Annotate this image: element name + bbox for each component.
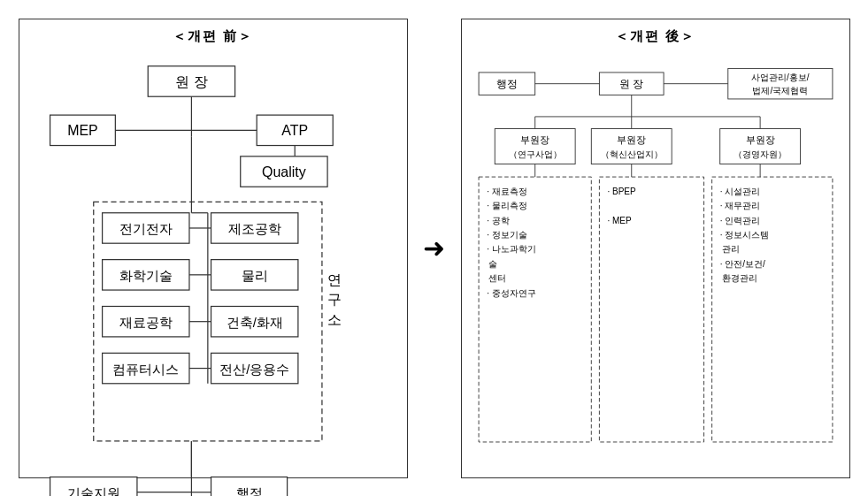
svg-text:기술지원: 기술지원 [66,485,119,496]
svg-text:Quality: Quality [262,164,306,179]
main-container: ＜개편 前＞ 원 장 MEP ATP Quality [10,10,859,487]
svg-text:부원장: 부원장 [520,134,549,144]
left-chart: 원 장 MEP ATP Quality [28,54,398,497]
right-section: ＜개편 後＞ 행정 원 장 사업관리/홍보/ 법제/국제협력 [461,19,850,478]
svg-text:· 중성자연구: · 중성자연구 [487,287,536,297]
svg-text:원 장: 원 장 [175,74,207,89]
svg-text:· 재무관리: · 재무관리 [719,201,760,210]
svg-text:· 시설관리: · 시설관리 [719,187,760,196]
svg-text:ATP: ATP [281,123,308,138]
svg-text:· 공학: · 공학 [487,215,510,225]
svg-text:· 정보시스템: · 정보시스템 [719,230,769,240]
svg-text:원 장: 원 장 [619,78,643,90]
svg-text:（경영자원）: （경영자원） [734,149,787,159]
svg-text:건축/화재: 건축/화재 [226,315,282,329]
svg-text:MEP: MEP [67,123,98,138]
svg-text:· 인력관리: · 인력관리 [719,215,760,225]
svg-text:행정: 행정 [235,485,262,496]
svg-text:전산/응용수: 전산/응용수 [219,362,289,376]
svg-text:· 재료측정: · 재료측정 [487,187,527,196]
svg-text:사업관리/홍보/: 사업관리/홍보/ [751,72,810,82]
svg-text:· 안전/보건/: · 안전/보건/ [719,258,764,268]
svg-text:· 나노과학기: · 나노과학기 [487,244,536,254]
svg-text:화학기술: 화학기술 [119,268,172,282]
svg-text:부원장: 부원장 [617,134,646,144]
right-chart: 행정 원 장 사업관리/홍보/ 법제/국제협력 [471,54,841,469]
svg-text:센터: 센터 [488,273,505,283]
svg-text:부원장: 부원장 [745,134,774,144]
svg-text:관리: 관리 [721,244,739,254]
svg-text:· 정보기술: · 정보기술 [487,230,527,240]
svg-text:（혁신산업지）: （혁신산업지） [600,149,662,159]
svg-text:물리: 물리 [241,268,267,282]
arrow-container: ➜ [417,19,452,478]
svg-text:연구소: 연구소 [327,263,342,324]
svg-text:（연구사업）: （연구사업） [508,149,561,159]
left-title: ＜개편 前＞ [173,28,253,45]
arrow-symbol: ➜ [423,233,445,263]
svg-text:· MEP: · MEP [607,215,632,225]
left-section: ＜개편 前＞ 원 장 MEP ATP Quality [19,19,408,478]
svg-text:· BPEP: · BPEP [607,187,636,196]
svg-text:제조공학: 제조공학 [227,222,280,236]
svg-text:전기전자: 전기전자 [119,222,172,236]
svg-text:환경관리: 환경관리 [721,273,757,283]
svg-text:· 물리측정: · 물리측정 [487,201,527,210]
svg-text:술: 술 [488,258,496,268]
svg-text:재료공학: 재료공학 [119,315,172,329]
right-title: ＜개편 後＞ [615,28,695,45]
svg-text:법제/국제협력: 법제/국제협력 [752,85,808,95]
svg-text:행정: 행정 [495,78,517,90]
svg-text:컴퓨터시스: 컴퓨터시스 [112,362,179,376]
